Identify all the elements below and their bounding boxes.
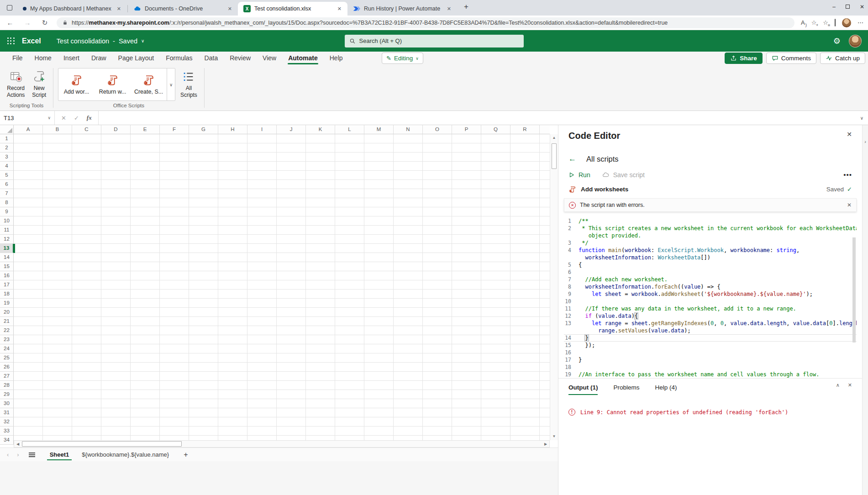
- banner-close-icon[interactable]: ✕: [847, 202, 852, 208]
- row-header-22[interactable]: 22: [0, 326, 14, 335]
- column-header-I[interactable]: I: [247, 125, 277, 134]
- row-header-6[interactable]: 6: [0, 180, 14, 189]
- column-header-D[interactable]: D: [101, 125, 131, 134]
- restore-button[interactable]: [846, 4, 850, 10]
- row-header-26[interactable]: 26: [0, 363, 14, 372]
- row-header-14[interactable]: 14: [0, 253, 14, 262]
- save-script-button[interactable]: Save script: [602, 171, 645, 179]
- code-scrollbar[interactable]: [852, 219, 857, 370]
- row-header-20[interactable]: 20: [0, 308, 14, 317]
- row-header-3[interactable]: 3: [0, 153, 14, 162]
- column-header-E[interactable]: E: [131, 125, 160, 134]
- browser-tab[interactable]: XTest consolidation.xlsx✕: [238, 2, 347, 16]
- expand-formula-bar-icon[interactable]: ∨: [856, 116, 868, 121]
- row-header-31[interactable]: 31: [0, 408, 14, 417]
- row-header-13[interactable]: 13: [0, 244, 14, 253]
- ribbon-tab-insert[interactable]: Insert: [58, 53, 85, 63]
- row-header-32[interactable]: 32: [0, 417, 14, 427]
- new-tab-button[interactable]: +: [461, 2, 472, 13]
- share-button[interactable]: Share: [725, 53, 763, 64]
- spreadsheet-grid[interactable]: ABCDEFGHIJKLMNOPQRS 12345678910111213141…: [0, 125, 550, 448]
- ribbon-tab-page-layout[interactable]: Page Layout: [112, 53, 160, 63]
- gallery-expand-icon[interactable]: ∨: [167, 68, 175, 100]
- prev-sheet-icon[interactable]: ‹: [4, 451, 12, 458]
- favorites-bar-icon[interactable]: ☆≡: [823, 19, 828, 26]
- sheet-tab[interactable]: ${workbookname}.${value.name}: [75, 449, 175, 460]
- row-header-10[interactable]: 10: [0, 216, 14, 226]
- all-sheets-menu-icon[interactable]: [29, 453, 35, 457]
- settings-gear-icon[interactable]: ⚙: [833, 36, 841, 46]
- back-button[interactable]: ←: [5, 19, 16, 26]
- scroll-down-icon[interactable]: ▼: [550, 433, 558, 440]
- row-header-7[interactable]: 7: [0, 189, 14, 198]
- column-header-K[interactable]: K: [306, 125, 335, 134]
- more-options-icon[interactable]: •••: [843, 171, 852, 179]
- column-header-R[interactable]: R: [510, 125, 540, 134]
- minimize-button[interactable]: –: [832, 4, 836, 10]
- row-header-34[interactable]: 34: [0, 436, 14, 445]
- row-header-15[interactable]: 15: [0, 262, 14, 271]
- confirm-formula-icon[interactable]: ✓: [74, 115, 79, 121]
- cancel-formula-icon[interactable]: ✕: [61, 115, 66, 121]
- gallery-script-button[interactable]: Create, S...: [131, 68, 167, 100]
- ribbon-tab-draw[interactable]: Draw: [85, 53, 112, 63]
- row-header-21[interactable]: 21: [0, 317, 14, 326]
- catch-up-button[interactable]: Catch up: [820, 53, 865, 64]
- row-header-16[interactable]: 16: [0, 271, 14, 280]
- row-header-8[interactable]: 8: [0, 198, 14, 207]
- row-header-5[interactable]: 5: [0, 171, 14, 180]
- code-editor-text[interactable]: 1/**2 * This script creates a new worksh…: [564, 215, 857, 378]
- search-input[interactable]: Search (Alt + Q): [345, 35, 524, 47]
- ribbon-tab-data[interactable]: Data: [199, 53, 224, 63]
- browser-menu-icon[interactable]: ⋯: [857, 19, 863, 26]
- account-avatar[interactable]: [849, 35, 862, 47]
- row-header-4[interactable]: 4: [0, 162, 14, 171]
- scroll-right-icon[interactable]: ▶: [542, 442, 549, 446]
- column-header-N[interactable]: N: [394, 125, 423, 134]
- browser-profile-avatar[interactable]: [842, 18, 851, 27]
- ribbon-tab-home[interactable]: Home: [29, 53, 58, 63]
- column-header-P[interactable]: P: [452, 125, 481, 134]
- row-header-25[interactable]: 25: [0, 353, 14, 363]
- output-tab-problems[interactable]: Problems: [613, 384, 639, 395]
- ribbon-tab-automate[interactable]: Automate: [282, 53, 324, 63]
- scroll-up-icon[interactable]: ▲: [550, 134, 558, 142]
- column-header-F[interactable]: F: [160, 125, 189, 134]
- back-arrow-icon[interactable]: ←: [568, 154, 576, 163]
- row-header-2[interactable]: 2: [0, 143, 14, 153]
- run-button[interactable]: Run: [568, 171, 590, 179]
- refresh-button[interactable]: ↻: [39, 19, 50, 27]
- name-box[interactable]: T13 ∨: [0, 111, 55, 125]
- row-header-9[interactable]: 9: [0, 207, 14, 216]
- row-header-33[interactable]: 33: [0, 427, 14, 436]
- scroll-left-icon[interactable]: ◀: [14, 442, 21, 446]
- collections-icon[interactable]: [835, 19, 836, 26]
- close-window-button[interactable]: ✕: [860, 4, 864, 10]
- browser-tab[interactable]: My Apps Dashboard | Methanex✕: [17, 2, 127, 16]
- favorite-add-icon[interactable]: ☆+: [811, 19, 817, 26]
- panel-close-icon[interactable]: ✕: [847, 131, 852, 138]
- horizontal-scrollbar[interactable]: ◀ ▶: [14, 440, 550, 448]
- ribbon-tab-view[interactable]: View: [257, 53, 282, 63]
- column-header-B[interactable]: B: [43, 125, 72, 134]
- hscroll-thumb[interactable]: [22, 441, 182, 447]
- sheet-tab[interactable]: Sheet1: [43, 449, 76, 460]
- row-header-24[interactable]: 24: [0, 344, 14, 353]
- ribbon-tab-review[interactable]: Review: [224, 53, 257, 63]
- column-header-L[interactable]: L: [335, 125, 364, 134]
- ribbon-tab-formulas[interactable]: Formulas: [160, 53, 198, 63]
- column-header-Q[interactable]: Q: [481, 125, 510, 134]
- row-header-17[interactable]: 17: [0, 280, 14, 290]
- row-header-27[interactable]: 27: [0, 372, 14, 381]
- output-collapse-icon[interactable]: ∧: [836, 382, 840, 388]
- app-launcher-icon[interactable]: [7, 37, 15, 45]
- grid-cells[interactable]: [14, 134, 550, 448]
- row-header-18[interactable]: 18: [0, 290, 14, 299]
- all-scripts-link[interactable]: All scripts: [586, 155, 619, 163]
- output-tab-output-1-[interactable]: Output (1): [568, 384, 598, 395]
- tab-close-icon[interactable]: ✕: [446, 5, 452, 12]
- row-header-23[interactable]: 23: [0, 335, 14, 344]
- panel-collapse-rail[interactable]: ›: [862, 125, 868, 495]
- all-scripts-button[interactable]: AllScripts: [178, 68, 200, 100]
- gallery-script-button[interactable]: Add wor...: [58, 68, 95, 100]
